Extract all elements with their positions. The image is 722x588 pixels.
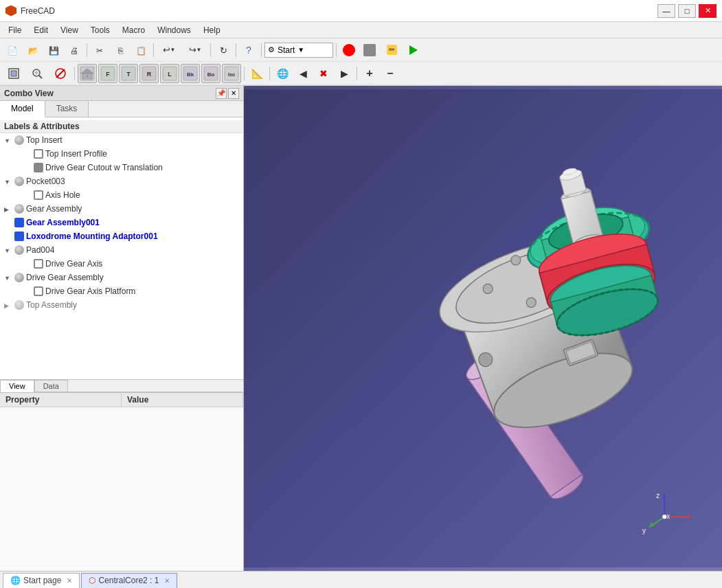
menu-help[interactable]: Help [198, 24, 226, 36]
start-page-icon: 🌐 [10, 576, 21, 585]
open-button[interactable] [23, 41, 43, 59]
view-right-button[interactable]: R [139, 64, 159, 83]
tab-model[interactable]: Model [0, 101, 45, 117]
separator-view-2 [244, 67, 245, 80]
start-page-close[interactable]: ✕ [67, 577, 72, 585]
menu-view[interactable]: View [55, 24, 84, 36]
tree-item-gear-assembly001[interactable]: Gear Assembly001 [0, 216, 243, 229]
tree-item-gear-assembly[interactable]: Gear Assembly [0, 202, 243, 216]
maximize-button[interactable]: □ [678, 4, 696, 18]
gear-assembly-label: Gear Assembly [26, 204, 240, 214]
cut-icon [96, 45, 103, 56]
view-left-button[interactable]: L [160, 64, 179, 83]
tree-item-axis-hole[interactable]: Axis Hole [0, 188, 243, 202]
menu-edit[interactable]: Edit [28, 24, 54, 36]
print-button[interactable] [65, 41, 84, 59]
menu-windows[interactable]: Windows [152, 24, 196, 36]
view-bottom-button[interactable]: Bo [201, 64, 221, 83]
workbench-dropdown[interactable]: ⚙ Start ▼ [264, 43, 333, 58]
stop-load-button[interactable]: ✖ [314, 65, 333, 82]
stop-anim-button[interactable] [49, 64, 71, 83]
menu-file[interactable]: File [3, 24, 27, 36]
drive-gear-cutout-label: Drive Gear Cutout w Translation [45, 163, 240, 172]
globe-button[interactable]: 🌐 [273, 65, 292, 82]
record-button[interactable] [339, 41, 359, 59]
tree-item-pad004[interactable]: Pad004 [0, 243, 243, 257]
gear-assembly001-label: Gear Assembly001 [26, 218, 240, 227]
copy-button[interactable] [111, 41, 130, 59]
separator-5 [261, 43, 262, 57]
view-top-button[interactable]: T [119, 64, 138, 83]
minimize-button[interactable]: — [657, 4, 675, 18]
tree-item-drive-gear-assembly[interactable]: Drive Gear Assembly [0, 271, 243, 284]
view-rear-button[interactable]: Bk [181, 64, 200, 83]
pocket003-icon [14, 176, 25, 187]
tree-item-top-assembly[interactable]: Top Assembly [0, 298, 243, 312]
refresh-button[interactable] [214, 41, 233, 59]
menu-macro[interactable]: Macro [117, 24, 150, 36]
pad004-arrow[interactable] [4, 247, 12, 254]
measure-button[interactable]: 📐 [247, 65, 267, 82]
loxodrome-label: Loxodrome Mounting Adaptor001 [26, 231, 240, 241]
menu-tools[interactable]: Tools [85, 24, 115, 36]
central-core2-close[interactable]: ✕ [164, 577, 170, 585]
view-area[interactable]: x z y [244, 86, 722, 571]
print-icon [70, 45, 78, 56]
stop-button[interactable] [360, 41, 379, 59]
tab-tasks[interactable]: Tasks [45, 101, 89, 117]
view-fit-all-button[interactable] [3, 64, 25, 83]
pocket003-arrow[interactable] [4, 178, 12, 185]
status-tab-start-page[interactable]: 🌐 Start page ✕ [3, 573, 80, 588]
paste-button[interactable] [131, 41, 150, 59]
combo-view-controls[interactable]: 📌 ✕ [216, 88, 239, 99]
save-button[interactable] [44, 41, 63, 59]
zoom-out-button[interactable]: − [381, 65, 400, 82]
cut-button[interactable] [90, 41, 109, 59]
gear-assembly-arrow[interactable] [4, 205, 12, 213]
home-view-icon: ⌂ [80, 66, 95, 81]
undo-button[interactable]: ↩ ▼ [157, 41, 181, 59]
separator-4 [236, 43, 236, 57]
title-bar-controls[interactable]: — □ ✕ [657, 4, 717, 18]
top-assembly-arrow[interactable] [4, 302, 12, 309]
zoom-region-button[interactable] [26, 64, 48, 83]
close-button[interactable]: ✕ [699, 4, 717, 18]
loxodrome-icon [14, 231, 25, 242]
separator-3 [210, 43, 211, 57]
workbench-arrow-icon: ▼ [297, 46, 304, 54]
separator-1 [87, 43, 87, 57]
tree-item-drive-gear-cutout[interactable]: Drive Gear Cutout w Translation [0, 161, 243, 174]
back-nav-button[interactable]: ◀ [293, 65, 313, 82]
help-button[interactable]: ? [239, 41, 258, 59]
fwd-nav-button[interactable]: ▶ [335, 65, 354, 82]
tree-item-loxodrome[interactable]: Loxodrome Mounting Adaptor001 [0, 229, 243, 243]
view-home-button[interactable]: ⌂ [78, 64, 97, 83]
zoom-in-button[interactable]: + [360, 65, 379, 82]
tree-item-drive-gear-axis[interactable]: Drive Gear Axis [0, 257, 243, 271]
gear-assembly001-icon [14, 217, 25, 228]
tab-data[interactable]: Data [34, 380, 68, 392]
view-front-button[interactable]: F [98, 64, 117, 83]
tab-view[interactable]: View [0, 380, 34, 392]
bottom-view-icon: Bo [203, 66, 218, 81]
front-view-icon: F [100, 66, 115, 81]
tree-item-top-insert-profile[interactable]: Top Insert Profile [0, 147, 243, 161]
close-panel-button[interactable]: ✕ [228, 88, 239, 99]
pin-button[interactable]: 📌 [216, 88, 227, 99]
fit-all-icon [8, 67, 20, 80]
macro-button[interactable]: ✏ [381, 41, 403, 59]
left-view-icon: L [162, 66, 177, 81]
workbench-label: Start [278, 45, 295, 55]
view-iso-button[interactable]: Iso [222, 64, 241, 83]
drive-gear-assembly-arrow[interactable] [4, 274, 12, 282]
top-insert-arrow[interactable] [4, 137, 12, 144]
redo-button[interactable]: ↪ ▼ [183, 41, 207, 59]
tree-item-pocket003[interactable]: Pocket003 [0, 174, 243, 188]
tree-item-top-insert[interactable]: Top Insert [0, 133, 243, 147]
top-assembly-icon [14, 299, 25, 310]
new-button[interactable] [3, 41, 22, 59]
tree-item-drive-gear-axis-platform[interactable]: Drive Gear Axis Platform [0, 284, 243, 298]
play-button[interactable] [404, 41, 423, 59]
status-tab-central-core2[interactable]: ⬡ CentralCore2 : 1 ✕ [81, 573, 177, 588]
tree-area[interactable]: Labels & Attributes Top Insert Top Inser… [0, 117, 243, 379]
